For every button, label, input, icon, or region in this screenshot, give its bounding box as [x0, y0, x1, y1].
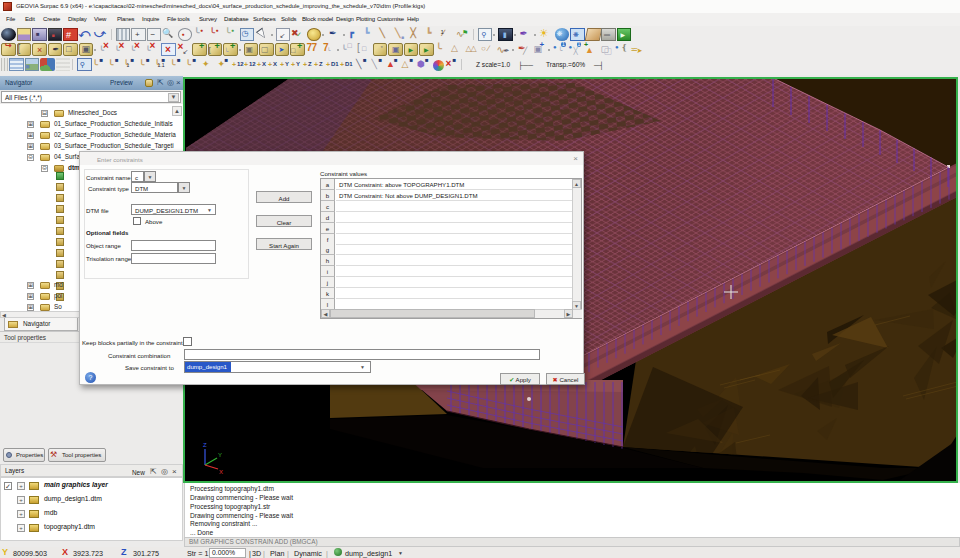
svg-text:Z: Z [203, 442, 207, 448]
svg-text:X: X [219, 469, 223, 475]
svg-text:Y: Y [218, 452, 222, 458]
